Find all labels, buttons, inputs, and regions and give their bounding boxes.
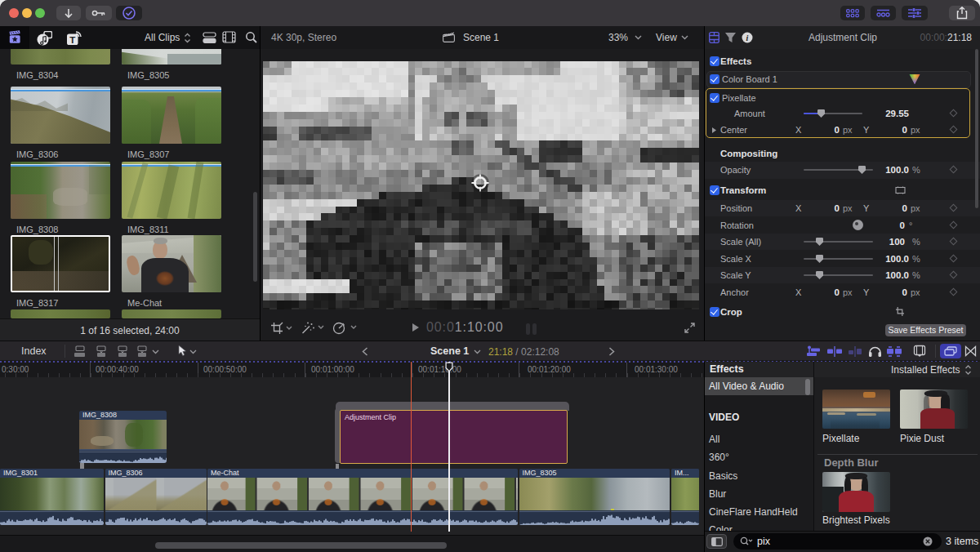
svg-text:T: T bbox=[69, 35, 75, 45]
